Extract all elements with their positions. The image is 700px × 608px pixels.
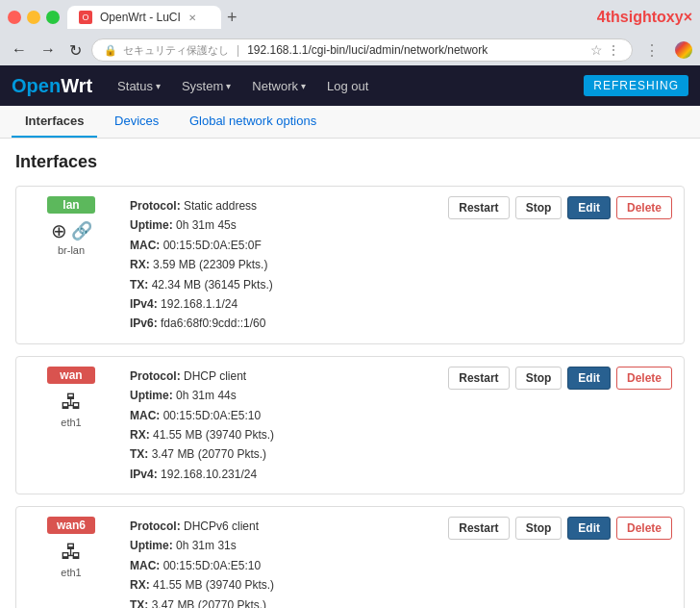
address-bar[interactable]: 🔒 セキュリティ保護なし | 192.168.1.1/cgi-bin/luci/… [91,38,633,62]
lan-badge: lan [47,196,95,214]
page-content: OpenWrt Status ▾ System ▾ Network ▾ Log … [0,65,700,608]
navbar: OpenWrt Status ▾ System ▾ Network ▾ Log … [0,65,700,106]
brand-logo: OpenWrt [12,75,92,97]
lan-actions: Restart Stop Edit Delete [448,196,672,219]
security-label: セキュリティ保護なし [123,43,229,58]
profile-icon[interactable] [675,41,692,59]
wan-edit-button[interactable]: Edit [567,367,611,390]
lan-globe-icon: ⊕ [51,219,67,242]
lan-delete-button[interactable]: Delete [616,196,672,219]
tab-global-network[interactable]: Global network options [176,106,330,138]
wan-restart-button[interactable]: Restart [448,367,509,390]
wan-info: Protocol: DHCP client Uptime: 0h 31m 44s… [130,367,433,484]
close-button[interactable] [8,11,21,24]
lan-ipv4: IPv4: 192.168.1.1/24 [130,294,433,314]
wan6-edit-button[interactable]: Edit [567,517,611,540]
nav-logout[interactable]: Log out [317,71,378,101]
wan6-network-icon: 🖧 [61,540,82,565]
wan6-tx: TX: 3.47 MB (20770 Pkts.) [130,595,433,608]
tab-favicon: O [79,11,92,24]
wan6-actions: Restart Stop Edit Delete [448,517,672,540]
lan-sub-label: br-lan [58,244,85,256]
lan-restart-button[interactable]: Restart [448,196,509,219]
wan-delete-button[interactable]: Delete [616,367,672,390]
minimize-button[interactable] [27,11,40,24]
lan-rx: RX: 3.59 MB (22309 Pkts.) [130,255,433,274]
wan6-icon-area: 🖧 eth1 [61,540,82,578]
lan-protocol: Protocol: Static address [130,196,433,215]
address-separator: | [237,43,239,57]
active-tab[interactable]: O OpenWrt - LuCI ✕ [67,6,221,29]
wan-sub-label: eth1 [61,417,81,428]
wan-badge: wan [47,367,95,384]
wan-protocol: Protocol: DHCP client [130,367,433,386]
lan-tx: TX: 42.34 MB (36145 Pkts.) [130,275,433,294]
nav-menu: Status ▾ System ▾ Network ▾ Log out [108,71,378,101]
wan-interface-card: wan 🖧 eth1 Protocol: DHCP client Uptime:… [15,356,685,494]
wan6-stop-button[interactable]: Stop [515,517,562,540]
refreshing-badge: REFRESHING [584,75,688,96]
lan-icons: ⊕ 🔗 [51,219,92,242]
lan-interface-card: lan ⊕ 🔗 br-lan Protocol: Static address … [15,186,685,344]
wan6-sub-label: eth1 [61,567,81,578]
lan-ipv6: IPv6: fda6:68f0:9cdd::1/60 [130,314,433,333]
wan-stop-button[interactable]: Stop [515,367,562,390]
wan-actions: Restart Stop Edit Delete [448,367,672,390]
tab-devices[interactable]: Devices [101,106,172,138]
reload-button[interactable]: ↻ [65,39,86,62]
lan-info: Protocol: Static address Uptime: 0h 31m … [130,196,433,334]
wan6-iface-left: wan6 🖧 eth1 [28,517,114,578]
tab-close-icon[interactable]: ✕ [188,13,196,23]
page-title: Interfaces [15,152,685,172]
wan6-badge: wan6 [47,517,95,534]
browser-menu-button[interactable]: ⋮ [638,39,665,62]
lan-mac: MAC: 00:15:5D:0A:E5:0F [130,236,433,255]
wan-mac: MAC: 00:15:5D:0A:E5:10 [130,406,433,425]
tab-title: OpenWrt - LuCI [100,11,181,24]
address-actions: ☆ ⋮ [590,42,620,58]
wan-network-icon: 🖧 [61,390,82,415]
lan-stop-button[interactable]: Stop [515,196,562,219]
lan-iface-left: lan ⊕ 🔗 br-lan [28,196,114,256]
lan-edit-button[interactable]: Edit [567,196,611,219]
page-tabs: Interfaces Devices Global network option… [0,106,700,139]
browser-topbar: O OpenWrt - LuCI ✕ + 4thsightoxy× [0,0,700,35]
wan-ipv4: IPv4: 192.168.10.231/24 [130,465,433,484]
wan6-rx: RX: 41.55 MB (39740 Pkts.) [130,575,433,595]
wan-iface-left: wan 🖧 eth1 [28,367,114,428]
new-tab-button[interactable]: + [221,8,243,28]
address-menu-button[interactable]: ⋮ [607,42,620,58]
wan6-restart-button[interactable]: Restart [448,517,509,540]
lan-link-icon: 🔗 [71,220,92,241]
address-bar-row: ← → ↻ 🔒 セキュリティ保護なし | 192.168.1.1/cgi-bin… [0,35,700,65]
wan-icon-area: 🖧 eth1 [61,390,82,428]
wan6-info: Protocol: DHCPv6 client Uptime: 0h 31m 3… [130,517,433,608]
wan6-interface-card: wan6 🖧 eth1 Protocol: DHCPv6 client Upti… [15,506,685,608]
back-button[interactable]: ← [8,39,31,61]
wan6-delete-button[interactable]: Delete [616,517,672,540]
window-controls [8,11,60,24]
maximize-button[interactable] [46,11,60,24]
wan6-mac: MAC: 00:15:5D:0A:E5:10 [130,556,433,575]
security-icon: 🔒 [104,44,117,57]
network-caret: ▾ [301,81,306,91]
bookmark-button[interactable]: ☆ [590,42,603,58]
nav-system[interactable]: System ▾ [172,71,240,101]
tab-bar: O OpenWrt - LuCI ✕ + [67,6,589,29]
wan-tx: TX: 3.47 MB (20770 Pkts.) [130,444,433,464]
nav-network[interactable]: Network ▾ [242,71,315,101]
wan-uptime: Uptime: 0h 31m 44s [130,386,433,405]
wan6-uptime: Uptime: 0h 31m 31s [130,536,433,555]
tab-interfaces[interactable]: Interfaces [12,106,97,138]
system-caret: ▾ [226,81,231,91]
lan-icon-area: ⊕ 🔗 br-lan [51,219,92,256]
address-text: 192.168.1.1/cgi-bin/luci/admin/network/n… [247,43,585,57]
forward-button[interactable]: → [37,39,60,61]
wan-rx: RX: 41.55 MB (39740 Pkts.) [130,425,433,444]
wan6-protocol: Protocol: DHCPv6 client [130,517,433,536]
status-caret: ▾ [156,81,161,91]
browser-chrome: O OpenWrt - LuCI ✕ + 4thsightoxy× ← → ↻ … [0,0,700,65]
watermark: 4thsightoxy× [597,9,692,26]
lan-uptime: Uptime: 0h 31m 45s [130,215,433,235]
nav-status[interactable]: Status ▾ [108,71,170,101]
